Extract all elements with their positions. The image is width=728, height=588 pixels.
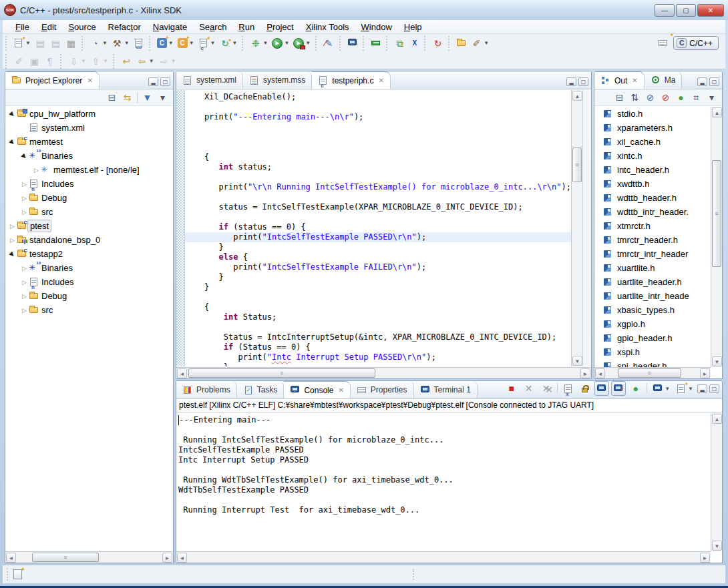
code-editor[interactable]: Xil_DCacheEnable(); print("---Entering m… [185, 90, 571, 366]
back-button[interactable]: ⇦▼ [134, 54, 156, 69]
program-fpga-button[interactable]: ◔▼ [87, 36, 110, 51]
hide-static-button[interactable]: ⊘ [658, 91, 673, 104]
tree-item-includes[interactable]: ▷hIncludes [5, 275, 173, 289]
external-tools-button-dropdown[interactable]: ▼ [305, 40, 311, 46]
expand-arrow-icon[interactable]: ▷ [20, 195, 29, 202]
expand-arrow-icon[interactable]: ▷ [8, 237, 17, 244]
collapse-all-button[interactable]: ⊟ [104, 91, 120, 104]
outline-item-xuartlite-h[interactable]: xuartlite.h [594, 261, 711, 275]
maximize-view-button[interactable]: ▢ [578, 77, 588, 86]
console-tab-console[interactable]: Console✕ [284, 381, 350, 398]
view-menu-button[interactable]: ▾ [704, 91, 719, 104]
cpp-perspective-button[interactable]: C C/C++ [673, 36, 719, 50]
maximize-view-button[interactable]: ▢ [709, 77, 719, 86]
open-console-button-dropdown[interactable]: ▼ [688, 386, 693, 392]
build-button[interactable]: ⚒▼ [110, 36, 132, 51]
format-brush-button-dropdown[interactable]: ▼ [484, 40, 489, 46]
remove-all-launches-button[interactable]: ✕✕ [538, 381, 554, 396]
tree-item-ptest[interactable]: ▷Cptest [5, 219, 173, 233]
memory-button[interactable] [369, 36, 383, 51]
tree-item-system-xml[interactable]: system.xml [5, 121, 173, 135]
menu-navigate[interactable]: Navigate [147, 21, 193, 33]
open-console-button[interactable]: ✦▼ [674, 381, 695, 396]
back-button-dropdown[interactable]: ▼ [149, 58, 154, 64]
console-tab-problems[interactable]: Problems [176, 381, 237, 398]
view-menu-button[interactable]: ▾ [155, 91, 170, 104]
run-button-dropdown[interactable]: ▼ [284, 40, 289, 46]
menu-file[interactable]: File [9, 21, 35, 33]
sort-button[interactable]: ⇅ [627, 91, 643, 104]
editor-tab-system-mss[interactable]: system.mss [243, 71, 312, 89]
close-icon[interactable]: ✕ [378, 77, 383, 84]
mark-occurrences-button[interactable]: ▣ [27, 54, 42, 69]
xmd-console-button[interactable]: X [407, 36, 421, 51]
menu-edit[interactable]: Edit [35, 21, 62, 33]
generate-linker-script-button-dropdown[interactable]: ▼ [232, 40, 238, 46]
filter-button[interactable]: ▼ [140, 91, 155, 104]
outline-item-xparameters-h[interactable]: xparameters.h [594, 121, 711, 135]
hide-fields-button[interactable]: ⊘ [643, 91, 658, 104]
editor-vscrollbar[interactable]: ▲ ▼ [571, 90, 582, 366]
tree-item-cpu-hw-platform[interactable]: ▶cpu_hw_platform [5, 107, 173, 121]
next-annotation-button-dropdown[interactable]: ▼ [81, 58, 86, 64]
outline-item-wdttb-intr-header-[interactable]: wdttb_intr_header. [594, 205, 711, 219]
new-wizard-button[interactable]: ✦▼ [11, 36, 33, 51]
terminate-button[interactable]: ■ [504, 381, 519, 396]
tree-item-memtest-elf-none-le-[interactable]: ▷✳memtest.elf - [none/le] [5, 163, 173, 177]
minimize-view-button[interactable]: ▂ [697, 384, 707, 393]
tree-item-debug[interactable]: ▷Debug [5, 289, 173, 303]
outline-item-tmrctr-intr-header[interactable]: tmrctr_intr_header [594, 247, 711, 261]
expand-arrow-icon[interactable]: ▷ [20, 293, 29, 300]
debug-button[interactable]: ❉▼ [248, 36, 270, 51]
outline-item-xil-cache-h[interactable]: xil_cache.h [594, 135, 711, 149]
prev-annotation-button[interactable]: ⇧▼ [88, 54, 110, 69]
minimize-view-button[interactable]: ▂ [697, 77, 707, 86]
open-perspective-button[interactable]: ✦ [656, 36, 671, 51]
run-button[interactable]: ▶▼ [270, 36, 291, 51]
tree-item-memtest[interactable]: ▶Cmemtest [5, 135, 173, 149]
menu-run[interactable]: Run [232, 21, 260, 33]
build-button-dropdown[interactable]: ▼ [124, 40, 130, 46]
menu-xilinx-tools[interactable]: Xilinx Tools [300, 21, 355, 33]
outline-item-stdio-h[interactable]: stdio.h [594, 107, 711, 121]
minimize-view-button[interactable]: ▂ [566, 77, 576, 86]
maximize-button[interactable]: ▢ [676, 4, 696, 17]
outline-item-xgpio-h[interactable]: xgpio.h [594, 317, 711, 331]
outline-item-xwdttb-h[interactable]: xwdttb.h [594, 177, 711, 191]
expand-arrow-icon[interactable]: ▷ [20, 279, 29, 286]
expand-arrow-icon[interactable]: ▷ [8, 223, 17, 230]
save-button[interactable]: ▤ [33, 36, 48, 51]
tree-item-src[interactable]: ▷src [5, 205, 173, 219]
console-tab-properties[interactable]: Properties [351, 381, 414, 398]
dump-binary-button[interactable]: 010 [132, 36, 146, 51]
close-button[interactable]: ✕ [697, 4, 724, 17]
tree-item-testapp2[interactable]: ▶Ctestapp2 [5, 247, 173, 261]
outline-tab-ma[interactable]: Ma [645, 71, 683, 89]
new-c-file-button[interactable]: c✦▼ [196, 36, 218, 51]
editor-tab-testperiph-c[interactable]: ctestperiph.c✕ [312, 71, 390, 89]
format-brush-button[interactable]: ✐▼ [469, 36, 491, 51]
console-tab-tasks[interactable]: Tasks [237, 381, 285, 398]
console-hscrollbar[interactable]: ◄ ► [176, 551, 711, 563]
link-with-editor-button[interactable]: ⇆ [120, 91, 135, 104]
editor-tab-system-xml[interactable]: system.xml [176, 71, 243, 89]
outline-item-xspi-h[interactable]: xspi.h [594, 345, 711, 359]
profile-button[interactable]: ⧉ [392, 36, 407, 51]
outline-item-xbasic-types-h[interactable]: xbasic_types.h [594, 303, 711, 317]
tree-item-standalone-bsp-0[interactable]: ▷standalone_bsp_0 [5, 233, 173, 247]
tree-item-src[interactable]: ▷src [5, 303, 173, 317]
forward-button[interactable]: ⇨▼ [156, 54, 178, 69]
prev-annotation-button-dropdown[interactable]: ▼ [103, 58, 108, 64]
project-explorer-hscrollbar[interactable]: ◄ ► [5, 551, 173, 563]
fast-view-dock[interactable] [13, 569, 22, 579]
outline-hscrollbar[interactable]: ◄ ► [594, 367, 711, 378]
last-edit-location-button[interactable]: ↩ [119, 54, 134, 69]
pin-console-button[interactable]: ● [628, 381, 643, 396]
menu-help[interactable]: Help [398, 21, 428, 33]
outline-item-tmrctr-header-h[interactable]: tmrctr_header.h [594, 233, 711, 247]
import-examples-button[interactable] [454, 36, 469, 51]
close-icon[interactable]: ✕ [87, 77, 92, 84]
relaunch-button[interactable]: ↻ [430, 36, 445, 51]
outline-tab-out[interactable]: Out✕ [594, 71, 645, 89]
tree-item-includes[interactable]: ▷hIncludes [5, 177, 173, 191]
